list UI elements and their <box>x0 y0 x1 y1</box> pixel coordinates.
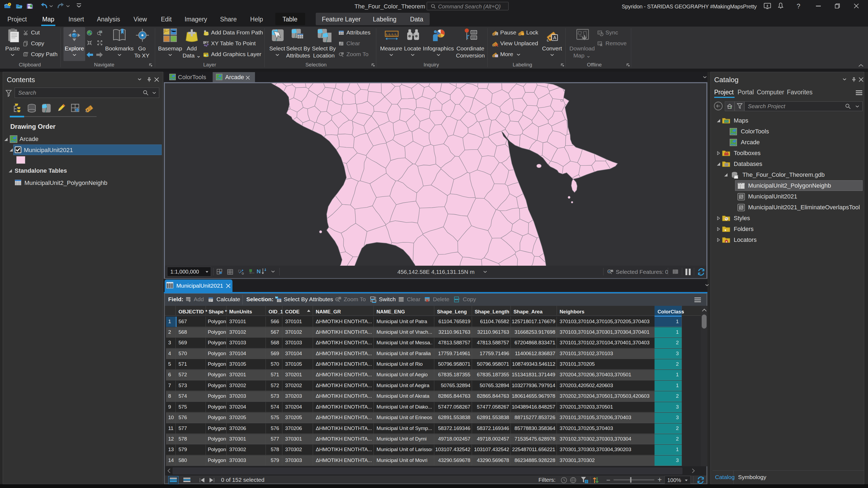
svg-text:W..: W.. <box>24 54 27 56</box>
svg-text:A: A <box>553 35 556 40</box>
svg-text:XY: XY <box>205 41 209 44</box>
